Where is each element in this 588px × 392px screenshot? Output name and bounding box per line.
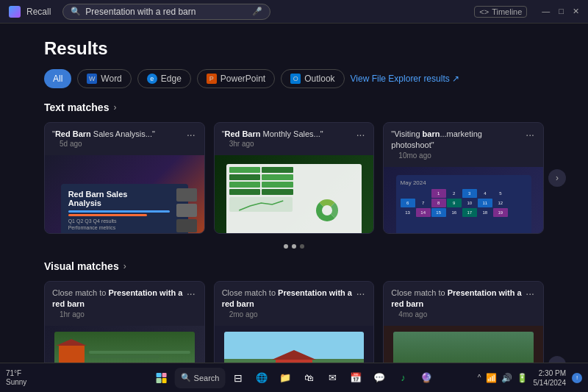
- card-thumbnail: Fabrikam Suites RedBarn Suite: [384, 326, 543, 363]
- search-bar[interactable]: 🔍 Presentation with a red barn 🎤: [62, 4, 270, 20]
- taskbar-right: ^ 📶 🔊 🔋 2:30 PM 5/14/2024 !: [478, 368, 582, 388]
- external-link-icon: ↗: [452, 74, 459, 84]
- card-time: 2mo ago: [222, 310, 355, 323]
- card-header: Close match to Presentation with a red b…: [384, 282, 543, 326]
- mic-icon[interactable]: 🎤: [252, 7, 262, 16]
- chart-layout: [229, 167, 359, 234]
- minimize-button[interactable]: —: [542, 7, 550, 16]
- thumbnail-content: Contoso: [224, 332, 365, 363]
- filter-word[interactable]: W Word: [77, 69, 131, 88]
- scroll-right-arrow[interactable]: ›: [548, 169, 566, 187]
- card-time: 1hr ago: [52, 310, 185, 323]
- card-menu-button[interactable]: ···: [524, 129, 536, 140]
- recall-taskbar[interactable]: 🔮: [416, 368, 437, 388]
- spotify-taskbar[interactable]: ♪: [392, 368, 413, 388]
- card-menu-button[interactable]: ···: [185, 129, 197, 140]
- visual-match-card-1[interactable]: Close match to Presentation with a red b…: [214, 281, 375, 363]
- donut-chart: [295, 167, 359, 234]
- card-title: Close match to Presentation with a red b…: [222, 288, 355, 310]
- weather-widget: 71°F Sunny: [6, 369, 26, 387]
- search-icon: 🔍: [71, 7, 81, 16]
- notification-count: !: [576, 374, 578, 381]
- filter-all[interactable]: All: [44, 69, 71, 88]
- view-file-explorer-link[interactable]: View File Explorer results ↗: [351, 74, 459, 84]
- calendar-content: May 2024 1 2 3 4 5 6 7 8 9 10 1: [396, 175, 531, 234]
- card-time: 4mo ago: [391, 310, 524, 323]
- text-match-card-2[interactable]: "Visiting barn...marketing photoshoot" 1…: [383, 122, 544, 234]
- filter-outlook-label: Outlook: [304, 74, 334, 84]
- card-thumbnail: Zero-Waste Agriculture Sustainable farmi…: [45, 326, 204, 363]
- filter-powerpoint[interactable]: P PowerPoint: [197, 69, 275, 88]
- window-controls: — □ ✕: [542, 7, 579, 16]
- text-matches-header[interactable]: Text matches ›: [44, 101, 544, 113]
- text-match-card-0[interactable]: "Red Barn Sales Analysis..." 5d ago ··· …: [44, 122, 205, 234]
- start-button[interactable]: [151, 368, 172, 388]
- card-menu-button[interactable]: ···: [524, 288, 536, 299]
- card-title: Close match to Presentation with a red b…: [391, 288, 524, 310]
- windows-logo: [157, 373, 167, 383]
- filter-edge[interactable]: e Edge: [137, 69, 191, 88]
- thumbnail-content: [226, 164, 362, 234]
- recall-logo: [9, 6, 21, 18]
- card-header: "Red Barn Monthly Sales..." 3hr ago ···: [215, 123, 374, 155]
- edge-icon: e: [147, 74, 157, 84]
- dot-0[interactable]: [284, 244, 288, 249]
- calendar-grid: 1 2 3 4 5 6 7 8 9 10 11 12 13 14: [401, 189, 508, 217]
- card-title: "Red Barn Sales Analysis...": [52, 129, 155, 140]
- weather-temp: 71°F: [6, 369, 26, 378]
- maximize-button[interactable]: □: [559, 7, 564, 16]
- card-menu-button[interactable]: ···: [355, 288, 367, 299]
- edge-taskbar[interactable]: 🌐: [251, 368, 272, 388]
- card-title: "Red Barn Monthly Sales...": [222, 129, 323, 140]
- close-button[interactable]: ✕: [573, 7, 579, 16]
- main-content: Results All W Word e Edge P PowerPoint O…: [0, 24, 588, 363]
- filter-word-label: Word: [101, 74, 121, 84]
- dot-1[interactable]: [292, 244, 296, 249]
- visual-matches-header[interactable]: Visual matches ›: [44, 260, 544, 272]
- visual-matches-grid: Close match to Presentation with a red b…: [44, 281, 544, 363]
- thumbnail-content: Zero-Waste Agriculture Sustainable farmi…: [54, 332, 195, 363]
- card-thumbnail: Red Barn SalesAnalysis Q1 Q2 Q3 Q4 resul…: [45, 155, 204, 233]
- card-title: Close match to Presentation with a red b…: [52, 288, 185, 310]
- battery-icon[interactable]: 🔋: [517, 373, 528, 383]
- visual-scroll-right-arrow[interactable]: ›: [548, 356, 566, 363]
- timeline-label: Timeline: [492, 7, 522, 16]
- volume-icon[interactable]: 🔊: [501, 373, 512, 383]
- page-title: Results: [44, 38, 544, 59]
- clock-time: 2:30 PM: [534, 368, 567, 378]
- explorer-taskbar[interactable]: 📁: [275, 368, 295, 388]
- text-matches-label: Text matches: [44, 101, 109, 113]
- pagination-dots: [44, 244, 544, 249]
- store-taskbar[interactable]: 🛍: [298, 368, 319, 388]
- taskbar-icons: 🔍 Search ⊟ 🌐 📁 🛍 ✉ 📅 💬 ♪ 🔮: [151, 368, 437, 388]
- timeline-button[interactable]: <> Timeline: [474, 6, 527, 18]
- network-icon[interactable]: 📶: [486, 373, 497, 383]
- calendar-taskbar[interactable]: 📅: [345, 368, 366, 388]
- view-file-label: View File Explorer results: [351, 74, 450, 84]
- outlook-icon: O: [290, 74, 301, 84]
- chevron-icon[interactable]: ^: [478, 374, 481, 382]
- filter-ppt-label: PowerPoint: [220, 74, 265, 84]
- teams-taskbar[interactable]: 💬: [369, 368, 390, 388]
- search-taskbar-label: Search: [194, 374, 220, 382]
- text-match-card-1[interactable]: "Red Barn Monthly Sales..." 3hr ago ···: [214, 122, 375, 234]
- search-taskbar-icon: 🔍: [181, 373, 191, 382]
- ppt-icon: P: [207, 74, 217, 84]
- barn-thumbnail: [59, 345, 85, 363]
- visual-match-card-0[interactable]: Close match to Presentation with a red b…: [44, 281, 205, 363]
- visual-match-card-2[interactable]: Close match to Presentation with a red b…: [383, 281, 544, 363]
- card-header: Close match to Presentation with a red b…: [45, 282, 204, 326]
- task-view-button[interactable]: ⊟: [228, 368, 248, 388]
- notification-badge[interactable]: !: [572, 373, 582, 383]
- search-input[interactable]: Presentation with a red barn: [85, 7, 248, 17]
- filter-outlook[interactable]: O Outlook: [281, 69, 344, 88]
- card-menu-button[interactable]: ···: [185, 288, 197, 299]
- card-menu-button[interactable]: ···: [355, 129, 367, 140]
- clock-date: 5/14/2024: [534, 378, 567, 388]
- dot-2[interactable]: [300, 244, 304, 249]
- search-taskbar-button[interactable]: 🔍 Search: [175, 368, 226, 388]
- system-clock[interactable]: 2:30 PM 5/14/2024: [534, 368, 567, 388]
- card-time: 10mo ago: [391, 152, 524, 164]
- card-time: 3hr ago: [222, 140, 323, 152]
- mail-taskbar[interactable]: ✉: [322, 368, 343, 388]
